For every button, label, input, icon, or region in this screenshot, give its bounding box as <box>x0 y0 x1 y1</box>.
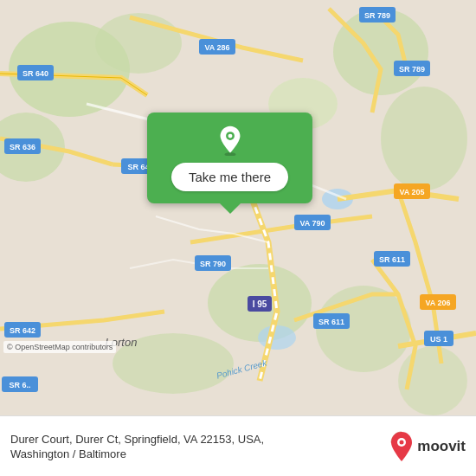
svg-text:SR 789: SR 789 <box>364 11 390 20</box>
svg-point-49 <box>228 134 232 138</box>
svg-text:SR 789: SR 789 <box>399 65 425 74</box>
take-me-there-button[interactable]: Take me there <box>171 163 288 191</box>
attribution-text: © OpenStreetMap contributors <box>7 343 113 351</box>
moovit-brand-text: moovit <box>417 438 466 455</box>
map-attribution: © OpenStreetMap contributors <box>3 341 116 353</box>
svg-text:VA 205: VA 205 <box>399 188 424 196</box>
svg-text:SR 642: SR 642 <box>10 326 35 335</box>
address-line2: Washington / Baltimore <box>10 447 389 460</box>
svg-text:VA 286: VA 286 <box>204 43 229 52</box>
svg-point-51 <box>400 440 404 444</box>
bottom-bar: Durer Court, Durer Ct, Springfield, VA 2… <box>0 415 476 476</box>
map: SR 640 VA 286 SR 789 SR 789 SR 636 SR 64… <box>0 0 476 415</box>
address-info: Durer Court, Durer Ct, Springfield, VA 2… <box>10 432 389 460</box>
svg-text:SR 640: SR 640 <box>23 69 48 78</box>
address-line1: Durer Court, Durer Ct, Springfield, VA 2… <box>10 432 389 447</box>
svg-text:SR 611: SR 611 <box>379 255 405 264</box>
svg-text:SR 6..: SR 6.. <box>9 381 30 389</box>
svg-text:VA 790: VA 790 <box>299 219 325 228</box>
svg-text:SR 636: SR 636 <box>10 143 35 151</box>
svg-text:SR 64: SR 64 <box>127 163 149 171</box>
location-pin-icon <box>215 125 246 156</box>
tooltip-box: Take me there <box>147 113 312 203</box>
svg-point-3 <box>95 13 182 74</box>
svg-text:SR 790: SR 790 <box>200 260 226 268</box>
svg-point-12 <box>258 325 296 350</box>
location-tooltip: Take me there <box>147 113 312 203</box>
svg-text:SR 611: SR 611 <box>318 318 344 326</box>
svg-text:US 1: US 1 <box>430 335 447 344</box>
moovit-pin-icon <box>389 431 414 462</box>
moovit-logo: moovit <box>389 431 466 462</box>
svg-text:VA 206: VA 206 <box>425 299 450 307</box>
svg-point-5 <box>381 87 467 190</box>
svg-text:I 95: I 95 <box>253 299 267 309</box>
